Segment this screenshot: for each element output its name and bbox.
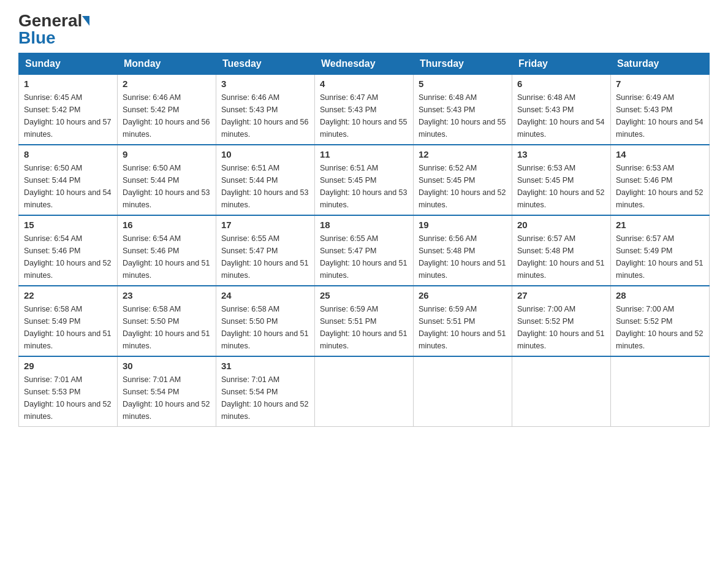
calendar-day-cell: 31 Sunrise: 7:01 AM Sunset: 5:54 PM Dayl… (216, 356, 315, 427)
day-info: Sunrise: 6:46 AM Sunset: 5:43 PM Dayligh… (221, 91, 309, 140)
day-number: 25 (320, 290, 408, 301)
day-info: Sunrise: 7:01 AM Sunset: 5:54 PM Dayligh… (221, 373, 309, 423)
day-number: 7 (616, 79, 704, 89)
day-number: 5 (419, 79, 507, 89)
calendar-day-cell: 7 Sunrise: 6:49 AM Sunset: 5:43 PM Dayli… (611, 75, 710, 145)
day-of-week-header: Sunday (19, 53, 118, 75)
day-info: Sunrise: 6:45 AM Sunset: 5:42 PM Dayligh… (24, 91, 112, 140)
day-number: 14 (616, 149, 704, 159)
calendar-day-cell: 14 Sunrise: 6:53 AM Sunset: 5:46 PM Dayl… (611, 145, 710, 215)
calendar-day-cell: 8 Sunrise: 6:50 AM Sunset: 5:44 PM Dayli… (19, 145, 118, 215)
day-number: 16 (123, 220, 211, 230)
day-info: Sunrise: 6:57 AM Sunset: 5:49 PM Dayligh… (616, 232, 704, 282)
day-number: 24 (221, 290, 309, 301)
day-number: 13 (517, 149, 605, 159)
calendar-day-cell: 28 Sunrise: 7:00 AM Sunset: 5:52 PM Dayl… (611, 286, 710, 356)
calendar-day-cell: 13 Sunrise: 6:53 AM Sunset: 5:45 PM Dayl… (512, 145, 611, 215)
day-number: 23 (123, 290, 211, 301)
day-info: Sunrise: 6:51 AM Sunset: 5:45 PM Dayligh… (320, 162, 408, 211)
calendar-day-cell: 18 Sunrise: 6:55 AM Sunset: 5:47 PM Dayl… (315, 215, 414, 286)
day-info: Sunrise: 7:01 AM Sunset: 5:54 PM Dayligh… (123, 373, 211, 423)
day-number: 6 (517, 79, 605, 89)
day-info: Sunrise: 6:54 AM Sunset: 5:46 PM Dayligh… (24, 232, 112, 282)
calendar-day-cell: 19 Sunrise: 6:56 AM Sunset: 5:48 PM Dayl… (414, 215, 512, 286)
day-number: 31 (221, 361, 309, 371)
logo: General Blue (18, 12, 89, 47)
calendar-day-cell: 2 Sunrise: 6:46 AM Sunset: 5:42 PM Dayli… (118, 75, 216, 145)
calendar-header-row: SundayMondayTuesdayWednesdayThursdayFrid… (19, 53, 710, 75)
calendar-table: SundayMondayTuesdayWednesdayThursdayFrid… (18, 53, 710, 427)
calendar-day-cell: 16 Sunrise: 6:54 AM Sunset: 5:46 PM Dayl… (118, 215, 216, 286)
day-number: 30 (123, 361, 211, 371)
calendar-week-row: 8 Sunrise: 6:50 AM Sunset: 5:44 PM Dayli… (19, 145, 710, 215)
logo-arrow-icon (82, 16, 89, 26)
day-of-week-header: Friday (512, 53, 611, 75)
calendar-week-row: 15 Sunrise: 6:54 AM Sunset: 5:46 PM Dayl… (19, 215, 710, 286)
day-info: Sunrise: 6:52 AM Sunset: 5:45 PM Dayligh… (419, 162, 507, 211)
day-info: Sunrise: 6:48 AM Sunset: 5:43 PM Dayligh… (517, 91, 605, 140)
day-number: 9 (123, 149, 211, 159)
day-info: Sunrise: 7:01 AM Sunset: 5:53 PM Dayligh… (24, 373, 112, 423)
day-of-week-header: Thursday (414, 53, 512, 75)
day-info: Sunrise: 6:59 AM Sunset: 5:51 PM Dayligh… (320, 303, 408, 352)
calendar-day-cell: 29 Sunrise: 7:01 AM Sunset: 5:53 PM Dayl… (19, 356, 118, 427)
day-info: Sunrise: 6:49 AM Sunset: 5:43 PM Dayligh… (616, 91, 704, 140)
page-header: General Blue (18, 12, 710, 47)
day-number: 20 (517, 220, 605, 230)
day-number: 8 (24, 149, 112, 159)
day-of-week-header: Monday (118, 53, 216, 75)
day-info: Sunrise: 6:53 AM Sunset: 5:46 PM Dayligh… (616, 162, 704, 211)
calendar-day-cell: 21 Sunrise: 6:57 AM Sunset: 5:49 PM Dayl… (611, 215, 710, 286)
day-of-week-header: Wednesday (315, 53, 414, 75)
day-number: 1 (24, 79, 112, 89)
day-number: 4 (320, 79, 408, 89)
day-number: 22 (24, 290, 112, 301)
calendar-day-cell: 11 Sunrise: 6:51 AM Sunset: 5:45 PM Dayl… (315, 145, 414, 215)
day-info: Sunrise: 6:58 AM Sunset: 5:50 PM Dayligh… (221, 303, 309, 352)
day-number: 28 (616, 290, 704, 301)
day-info: Sunrise: 6:51 AM Sunset: 5:44 PM Dayligh… (221, 162, 309, 211)
day-info: Sunrise: 7:00 AM Sunset: 5:52 PM Dayligh… (616, 303, 704, 352)
calendar-week-row: 1 Sunrise: 6:45 AM Sunset: 5:42 PM Dayli… (19, 75, 710, 145)
calendar-day-cell: 3 Sunrise: 6:46 AM Sunset: 5:43 PM Dayli… (216, 75, 315, 145)
day-number: 10 (221, 149, 309, 159)
day-info: Sunrise: 6:55 AM Sunset: 5:47 PM Dayligh… (320, 232, 408, 282)
day-number: 19 (419, 220, 507, 230)
day-info: Sunrise: 6:59 AM Sunset: 5:51 PM Dayligh… (419, 303, 507, 352)
day-info: Sunrise: 6:58 AM Sunset: 5:49 PM Dayligh… (24, 303, 112, 352)
calendar-day-cell: 23 Sunrise: 6:58 AM Sunset: 5:50 PM Dayl… (118, 286, 216, 356)
calendar-day-cell: 5 Sunrise: 6:48 AM Sunset: 5:43 PM Dayli… (414, 75, 512, 145)
calendar-day-cell: 22 Sunrise: 6:58 AM Sunset: 5:49 PM Dayl… (19, 286, 118, 356)
calendar-week-row: 29 Sunrise: 7:01 AM Sunset: 5:53 PM Dayl… (19, 356, 710, 427)
day-info: Sunrise: 6:57 AM Sunset: 5:48 PM Dayligh… (517, 232, 605, 282)
day-info: Sunrise: 6:54 AM Sunset: 5:46 PM Dayligh… (123, 232, 211, 282)
calendar-day-cell (414, 356, 512, 427)
day-of-week-header: Saturday (611, 53, 710, 75)
calendar-day-cell: 30 Sunrise: 7:01 AM Sunset: 5:54 PM Dayl… (118, 356, 216, 427)
day-number: 21 (616, 220, 704, 230)
day-info: Sunrise: 6:50 AM Sunset: 5:44 PM Dayligh… (123, 162, 211, 211)
day-number: 17 (221, 220, 309, 230)
day-number: 3 (221, 79, 309, 89)
calendar-day-cell: 20 Sunrise: 6:57 AM Sunset: 5:48 PM Dayl… (512, 215, 611, 286)
day-number: 11 (320, 149, 408, 159)
day-info: Sunrise: 6:58 AM Sunset: 5:50 PM Dayligh… (123, 303, 211, 352)
calendar-day-cell: 1 Sunrise: 6:45 AM Sunset: 5:42 PM Dayli… (19, 75, 118, 145)
day-info: Sunrise: 6:47 AM Sunset: 5:43 PM Dayligh… (320, 91, 408, 140)
day-number: 27 (517, 290, 605, 301)
calendar-day-cell: 9 Sunrise: 6:50 AM Sunset: 5:44 PM Dayli… (118, 145, 216, 215)
logo-general-text: General (18, 12, 82, 29)
calendar-day-cell (315, 356, 414, 427)
day-of-week-header: Tuesday (216, 53, 315, 75)
day-number: 12 (419, 149, 507, 159)
calendar-day-cell: 24 Sunrise: 6:58 AM Sunset: 5:50 PM Dayl… (216, 286, 315, 356)
calendar-day-cell: 26 Sunrise: 6:59 AM Sunset: 5:51 PM Dayl… (414, 286, 512, 356)
calendar-day-cell (512, 356, 611, 427)
day-number: 18 (320, 220, 408, 230)
calendar-day-cell: 12 Sunrise: 6:52 AM Sunset: 5:45 PM Dayl… (414, 145, 512, 215)
day-number: 15 (24, 220, 112, 230)
day-info: Sunrise: 6:48 AM Sunset: 5:43 PM Dayligh… (419, 91, 507, 140)
day-info: Sunrise: 6:56 AM Sunset: 5:48 PM Dayligh… (419, 232, 507, 282)
calendar-day-cell: 17 Sunrise: 6:55 AM Sunset: 5:47 PM Dayl… (216, 215, 315, 286)
calendar-day-cell: 6 Sunrise: 6:48 AM Sunset: 5:43 PM Dayli… (512, 75, 611, 145)
